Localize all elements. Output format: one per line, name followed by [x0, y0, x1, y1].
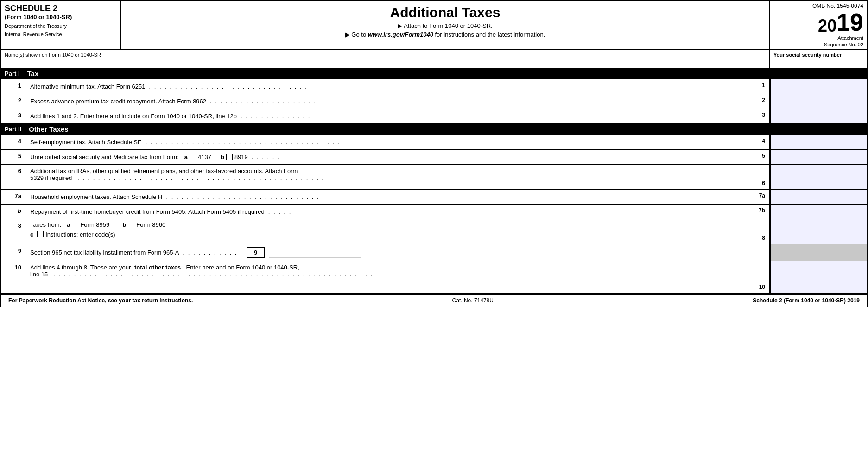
footer-right: Schedule 2 (Form 1040 or 1040-SR) 2019 [753, 297, 860, 304]
row-7a-text: Household employment taxes. Attach Sched… [30, 193, 162, 200]
row-6-line1: Additional tax on IRAs, other qualified … [30, 167, 298, 174]
name-label: Name(s) shown on Form 1040 or 1040-SR [5, 52, 101, 58]
row-7a-content: Household employment taxes. Attach Sched… [26, 190, 742, 204]
row-6-line2: 5329 if required . . . . . . . . . . . .… [30, 174, 324, 181]
attach-line2-suffix: for instructions and the latest informat… [433, 31, 545, 38]
row-9-inner: Section 965 net tax liability installmen… [30, 247, 738, 258]
row-8: 8 Taxes from: a Form 8959 b Form 8960 c … [1, 219, 867, 244]
row-8-c-checkbox[interactable] [37, 231, 44, 237]
row-2-dots: . . . . . . . . . . . . . . . . . . . . … [210, 98, 317, 105]
row-3-line-label: 3 [742, 109, 770, 123]
row-2-input[interactable] [770, 94, 867, 109]
row-4-text: Self-employment tax. Attach Schedule SE [30, 139, 142, 146]
row-8-code-input[interactable] [115, 230, 208, 238]
attach-line1: ▶ Attach to Form 1040 or 1040-SR. [125, 22, 765, 29]
part1-label: Part I [5, 70, 20, 77]
row-8-b-label: b [122, 221, 126, 228]
row-7a-input[interactable] [770, 190, 867, 204]
name-ssn-row: Name(s) shown on Form 1040 or 1040-SR Yo… [1, 50, 867, 68]
row-2: 2 Excess advance premium tax credit repa… [1, 94, 867, 109]
ssn-cell: Your social security number [770, 50, 867, 68]
row-8-line-label: 8 [742, 219, 770, 244]
row-7a: 7a Household employment taxes. Attach Sc… [1, 190, 867, 205]
row-8-c-label: c [30, 231, 33, 238]
form-subtitle: (Form 1040 or 1040-SR) [5, 13, 117, 20]
row-5: 5 Unreported social security and Medicar… [1, 150, 867, 165]
row-4-input[interactable] [770, 135, 867, 149]
row-6-line-label: 6 [742, 165, 770, 189]
header-right: OMB No. 1545-0074 20 19 Attachment Seque… [770, 1, 867, 49]
row-5-b-value: 8919 [234, 154, 248, 160]
dept-line2: Internal Revenue Service [5, 32, 117, 37]
row-8-line2: c Instructions; enter code(s) [30, 230, 738, 238]
row-5-a-checkbox[interactable] [190, 154, 196, 160]
row-5-a-label: a [184, 154, 188, 160]
row-8-a-label: a [67, 221, 70, 228]
row-8-c-text: Instructions; enter code(s) [45, 231, 115, 238]
row-9-box-label: 9 [247, 247, 265, 258]
row-2-num: 2 [1, 94, 26, 109]
dept-line1: Department of the Treasury [5, 23, 117, 29]
row-2-text: Excess advance premium tax credit repaym… [30, 98, 206, 105]
row-1-input[interactable] [770, 79, 867, 94]
row-9-num: 9 [1, 244, 26, 261]
row-9-box-input[interactable] [269, 248, 361, 258]
row-8-num: 8 [1, 219, 26, 244]
row-10-dots: . . . . . . . . . . . . . . . . . . . . … [53, 271, 373, 278]
row-5-input[interactable] [770, 150, 867, 164]
year-20: 20 [818, 18, 836, 34]
part1-header: Part I Tax [1, 68, 867, 79]
row-7b-line-label: 7b [742, 205, 770, 219]
row-7b: b Repayment of first-time homebuyer cred… [1, 205, 867, 219]
row-6-input[interactable] [770, 165, 867, 189]
row-9-line-label [742, 244, 770, 261]
row-9: 9 Section 965 net tax liability installm… [1, 244, 867, 261]
row-7b-input[interactable] [770, 205, 867, 219]
form-footer: For Paperwork Reduction Act Notice, see … [1, 294, 867, 307]
row-8-b-form: Form 8960 [136, 221, 165, 228]
row-10-content: Add lines 4 through 8. These are your to… [26, 261, 742, 293]
row-3: 3 Add lines 1 and 2. Enter here and incl… [1, 109, 867, 124]
ssn-label: Your social security number [773, 52, 842, 58]
row-8-b-checkbox[interactable] [128, 222, 134, 228]
row-8-a-checkbox[interactable] [72, 222, 78, 228]
row-9-text: Section 965 net tax liability installmen… [30, 249, 179, 256]
row-4-num: 4 [1, 135, 26, 149]
row-5-b-label: b [221, 154, 224, 160]
row-5-b-checkbox[interactable] [226, 154, 233, 160]
row-10: 10 Add lines 4 through 8. These are your… [1, 261, 867, 294]
row-10-input[interactable] [770, 261, 867, 293]
form-container: SCHEDULE 2 (Form 1040 or 1040-SR) Depart… [0, 0, 868, 307]
row-1-dots: . . . . . . . . . . . . . . . . . . . . … [149, 83, 308, 90]
header-center: Additional Taxes ▶ Attach to Form 1040 o… [121, 1, 770, 49]
year-display: 20 19 [773, 10, 863, 34]
row-8-line1: Taxes from: a Form 8959 b Form 8960 [30, 221, 738, 228]
row-5-text: Unreported social security and Medicare … [30, 154, 179, 160]
row-7b-dots: . . . . . [268, 208, 292, 215]
row-4: 4 Self-employment tax. Attach Schedule S… [1, 135, 867, 150]
row-8-content: Taxes from: a Form 8959 b Form 8960 c In… [26, 219, 742, 244]
row-6-num: 6 [1, 165, 26, 189]
row-3-dots: . . . . . . . . . . . . . . [241, 113, 311, 120]
part2-title: Other Taxes [29, 125, 69, 133]
row-1-content: Alternative minimum tax. Attach Form 625… [26, 79, 742, 94]
row-3-text: Add lines 1 and 2. Enter here and includ… [30, 113, 237, 120]
attach-line2-prefix: ▶ Go to [345, 31, 368, 38]
row-5-line-label: 5 [742, 150, 770, 164]
row-10-num: 10 [1, 261, 26, 293]
row-8-input[interactable] [770, 219, 867, 244]
year-19: 19 [836, 10, 863, 34]
part2-label: Part II [5, 126, 21, 133]
row-2-content: Excess advance premium tax credit repaym… [26, 94, 742, 109]
omb-number: OMB No. 1545-0074 [773, 3, 863, 9]
row-7a-num: 7a [1, 190, 26, 204]
row-3-content: Add lines 1 and 2. Enter here and includ… [26, 109, 742, 123]
row-1-text: Alternative minimum tax. Attach Form 625… [30, 83, 146, 90]
row-6-dots: . . . . . . . . . . . . . . . . . . . . … [77, 174, 324, 181]
row-3-input[interactable] [770, 109, 867, 123]
row-4-content: Self-employment tax. Attach Schedule SE … [26, 135, 742, 149]
part2-header: Part II Other Taxes [1, 124, 867, 135]
row-5-dots: . . . . . . [252, 154, 280, 160]
header-left: SCHEDULE 2 (Form 1040 or 1040-SR) Depart… [1, 1, 121, 49]
row-3-num: 3 [1, 109, 26, 123]
